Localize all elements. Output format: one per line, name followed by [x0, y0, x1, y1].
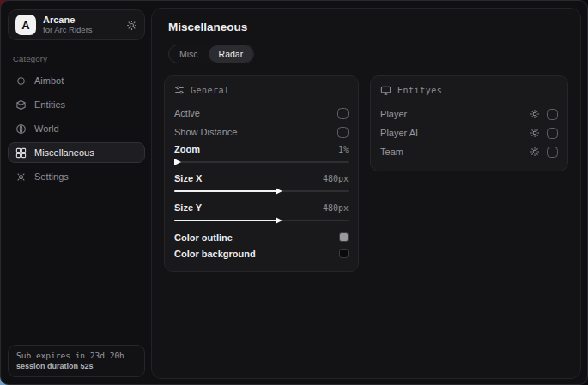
- player-ai-row: Player AI: [380, 123, 558, 142]
- team-checkbox[interactable]: [547, 147, 558, 158]
- gear-icon[interactable]: [530, 128, 540, 138]
- entities-panel-header: Entityes: [380, 85, 558, 96]
- tab-bar: Misc Radar: [168, 45, 254, 63]
- sidebar-nav: Aimbot Entities World: [8, 70, 145, 187]
- zoom-slider[interactable]: [174, 161, 349, 163]
- general-panel-header: General: [174, 85, 349, 95]
- page-title: Miscellaneous: [168, 21, 568, 33]
- avatar: A: [15, 15, 36, 35]
- size-x-slider[interactable]: [174, 190, 349, 192]
- color-background-label: Color background: [174, 249, 256, 259]
- zoom-label: Zoom: [174, 144, 200, 154]
- active-row: Active: [174, 104, 349, 123]
- session-duration: session duration 52s: [16, 362, 136, 370]
- general-panel: General Active Show Distance Zoom 1%: [164, 75, 359, 272]
- sidebar-item-label: Miscellaneous: [34, 147, 94, 158]
- player-label: Player: [380, 109, 407, 119]
- entities-panel: Entityes Player P: [370, 75, 568, 171]
- size-x-slider-thumb[interactable]: [276, 188, 282, 195]
- app-subtitle: for Arc Riders: [43, 26, 119, 35]
- sidebar: A Arcane for Arc Riders Category: [8, 8, 145, 379]
- category-label: Category: [13, 54, 145, 63]
- monitor-icon: [380, 85, 391, 96]
- zoom-slider-fill: [174, 161, 176, 163]
- size-x-row: Size X 480px: [174, 171, 349, 186]
- app-title: Arcane: [43, 15, 119, 26]
- sliders-icon: [174, 85, 185, 95]
- subscription-card: Sub expires in 23d 20h session duration …: [8, 345, 145, 377]
- size-y-row: Size Y 480px: [174, 200, 349, 215]
- gear-icon[interactable]: [530, 147, 540, 157]
- sidebar-item-settings[interactable]: Settings: [8, 166, 145, 187]
- size-y-slider-thumb[interactable]: [276, 217, 282, 224]
- app-identity: Arcane for Arc Riders: [43, 15, 119, 35]
- active-checkbox[interactable]: [337, 108, 349, 119]
- show-distance-label: Show Distance: [174, 127, 237, 137]
- player-row: Player: [380, 105, 558, 123]
- size-x-value: 480px: [323, 174, 349, 183]
- show-distance-checkbox[interactable]: [337, 127, 349, 138]
- color-background-swatch[interactable]: [339, 249, 349, 258]
- sidebar-item-aimbot[interactable]: Aimbot: [8, 70, 145, 91]
- zoom-row: Zoom 1%: [174, 141, 349, 157]
- size-y-label: Size Y: [174, 202, 202, 213]
- team-row: Team: [380, 142, 558, 161]
- gear-icon[interactable]: [530, 109, 540, 119]
- size-y-slider-fill: [174, 220, 277, 221]
- tab-misc[interactable]: Misc: [169, 45, 209, 63]
- player-ai-checkbox[interactable]: [547, 128, 558, 139]
- color-background-row: Color background: [174, 245, 349, 262]
- zoom-slider-thumb[interactable]: [174, 159, 181, 165]
- color-outline-label: Color outline: [174, 232, 233, 243]
- subscription-expiry: Sub expires in 23d 20h: [16, 351, 136, 360]
- grid-icon: [15, 147, 27, 159]
- zoom-value: 1%: [338, 145, 349, 154]
- size-x-slider-fill: [174, 190, 277, 192]
- size-y-value: 480px: [323, 203, 349, 213]
- sidebar-item-label: World: [34, 123, 59, 134]
- show-distance-row: Show Distance: [174, 123, 349, 141]
- general-panel-title: General: [191, 86, 230, 95]
- gear-icon[interactable]: [126, 20, 137, 31]
- sidebar-item-entities[interactable]: Entities: [8, 94, 145, 115]
- panels-row: General Active Show Distance Zoom 1%: [164, 75, 568, 272]
- size-x-label: Size X: [174, 173, 202, 183]
- player-checkbox[interactable]: [547, 109, 558, 120]
- sidebar-item-label: Aimbot: [34, 75, 64, 86]
- gear-icon: [15, 171, 27, 183]
- sidebar-item-world[interactable]: World: [8, 118, 145, 139]
- color-outline-row: Color outline: [174, 229, 349, 245]
- tab-radar[interactable]: Radar: [209, 45, 254, 63]
- sidebar-item-label: Entities: [34, 99, 65, 110]
- team-label: Team: [380, 147, 403, 157]
- main-content: Miscellaneous Misc Radar General: [151, 8, 581, 379]
- active-label: Active: [174, 108, 200, 118]
- cube-icon: [15, 99, 27, 111]
- player-ai-label: Player AI: [380, 128, 418, 138]
- crosshair-icon: [15, 75, 27, 87]
- sidebar-item-label: Settings: [34, 171, 69, 182]
- entities-panel-title: Entityes: [397, 86, 442, 95]
- color-outline-swatch[interactable]: [339, 232, 349, 242]
- globe-icon: [15, 123, 27, 135]
- sidebar-item-miscellaneous[interactable]: Miscellaneous: [8, 142, 145, 163]
- size-y-slider[interactable]: [174, 220, 349, 221]
- app-window: A Arcane for Arc Riders Category: [0, 0, 588, 385]
- app-logo-card: A Arcane for Arc Riders: [8, 9, 145, 40]
